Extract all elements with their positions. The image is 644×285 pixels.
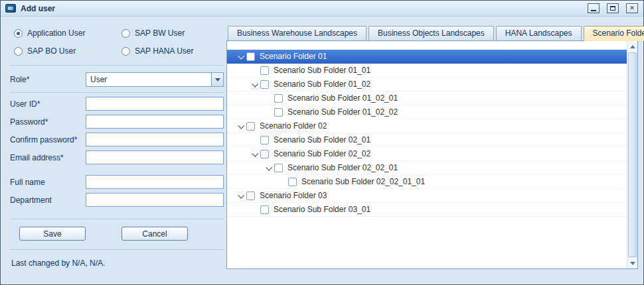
scenario-folder-tree: Scenario Folder 01Scenario Sub Folder 01… (227, 41, 627, 268)
tree-item-label: Scenario Folder 01 (260, 52, 327, 61)
tree-item-checkbox[interactable] (246, 52, 255, 61)
tab-bar: Business Warehouse LandscapesBusiness Ob… (226, 25, 638, 40)
scroll-up-button[interactable] (627, 41, 637, 52)
role-select[interactable]: User (86, 72, 224, 87)
tree-item-label: Scenario Sub Folder 03_01 (274, 205, 370, 214)
scroll-down-button[interactable] (627, 258, 637, 268)
confirm-password-input[interactable] (86, 133, 224, 146)
tree-item-scenario-sub-folder-02-01[interactable]: Scenario Sub Folder 02_01 (227, 133, 627, 147)
tree-indent (235, 182, 277, 182)
window-title: Add user (21, 4, 55, 13)
radio-sap-hana-user[interactable]: SAP HANA User (121, 46, 221, 56)
chevron-down-icon[interactable] (235, 194, 246, 198)
chevron-down-icon[interactable] (249, 82, 260, 87)
radio-label: SAP BO User (27, 46, 76, 56)
department-input[interactable] (86, 193, 224, 207)
form-actions: Save Cancel (6, 227, 228, 241)
tree-item-checkbox[interactable] (246, 122, 255, 131)
tab-hana-landscapes[interactable]: HANA Landscapes (496, 26, 582, 40)
tree-item-scenario-folder-01[interactable]: Scenario Folder 01 (227, 50, 627, 64)
tree-indent (235, 70, 249, 71)
separator (10, 249, 224, 250)
tree-item-scenario-sub-folder-02-02-01-01[interactable]: Scenario Sub Folder 02_02_01_01 (227, 175, 627, 189)
close-button[interactable]: ✕ (626, 3, 638, 13)
tree-item-checkbox[interactable] (246, 192, 255, 200)
chevron-down-icon[interactable] (235, 54, 246, 59)
department-row: Department (6, 193, 228, 207)
tree-item-scenario-sub-folder-01-02[interactable]: Scenario Sub Folder 01_02 (227, 78, 627, 91)
tree-item-scenario-sub-folder-02-02-01[interactable]: Scenario Sub Folder 02_02_01 (227, 161, 627, 175)
confirm-password-label: Confirm password* (10, 135, 86, 144)
minimize-button[interactable] (588, 3, 600, 13)
tree-item-scenario-sub-folder-03-01[interactable]: Scenario Sub Folder 03_01 (227, 203, 627, 217)
tree-indent (235, 112, 263, 113)
password-label: Password* (10, 117, 86, 127)
tree-item-checkbox[interactable] (274, 94, 283, 103)
maximize-button[interactable] (607, 3, 619, 13)
tree-item-checkbox[interactable] (288, 178, 297, 186)
tree-item-label: Scenario Sub Folder 01_02_01 (287, 93, 398, 103)
save-button[interactable]: Save (19, 227, 86, 241)
role-dropdown-button[interactable] (211, 73, 223, 86)
landscapes-panel: Business Warehouse LandscapesBusiness Ob… (226, 25, 638, 269)
tree-item-label: Scenario Sub Folder 01_02_02 (287, 107, 398, 117)
user-form-panel: Application UserSAP BW UserSAP BO UserSA… (6, 21, 228, 268)
tree-item-label: Scenario Folder 03 (260, 191, 327, 200)
full-name-input[interactable] (86, 175, 224, 189)
email-input[interactable] (86, 150, 224, 164)
tab-business-objects-landscapes[interactable]: Business Objects Landscapes (368, 26, 494, 40)
chevron-down-icon[interactable] (263, 166, 274, 170)
maximize-icon (610, 6, 615, 11)
separator (10, 92, 224, 93)
tree-indent (235, 84, 249, 85)
tab-business-warehouse-landscapes[interactable]: Business Warehouse Landscapes (228, 26, 366, 40)
tree-item-label: Scenario Sub Folder 02_02_01 (287, 163, 398, 172)
scenario-folders-tab-content: Scenario Folder 01Scenario Sub Folder 01… (226, 40, 638, 269)
tree-item-checkbox[interactable] (260, 80, 269, 89)
user-id-input[interactable] (86, 97, 224, 111)
add-user-window: Add user ✕ Application UserSAP BW UserSA… (0, 0, 644, 285)
tree-item-label: Scenario Sub Folder 02_02_01_01 (301, 177, 425, 186)
vertical-scrollbar[interactable] (627, 41, 637, 268)
window-controls: ✕ (588, 3, 638, 13)
role-selected-value: User (86, 73, 211, 86)
password-input[interactable] (86, 115, 224, 129)
full-name-label: Full name (10, 178, 86, 187)
tree-item-scenario-sub-folder-02-02[interactable]: Scenario Sub Folder 02_02 (227, 147, 627, 161)
tree-item-checkbox[interactable] (260, 205, 269, 214)
tree-item-checkbox[interactable] (274, 164, 283, 172)
tree-indent (235, 98, 263, 99)
radio-label: Application User (27, 28, 85, 38)
tree-item-checkbox[interactable] (274, 108, 283, 117)
tree-item-checkbox[interactable] (260, 66, 269, 75)
separator (10, 219, 224, 219)
tab-scenario-folders[interactable]: Scenario Folders (584, 26, 644, 41)
radio-sap-bo-user[interactable]: SAP BO User (14, 46, 121, 56)
tree-item-scenario-sub-folder-01-02-02[interactable]: Scenario Sub Folder 01_02_02 (227, 105, 627, 119)
scrollbar-thumb[interactable] (628, 52, 637, 257)
app-icon (5, 4, 16, 13)
department-label: Department (10, 196, 86, 205)
arrow-up-icon (630, 45, 635, 48)
tree-item-checkbox[interactable] (260, 150, 269, 158)
tree-item-scenario-sub-folder-01-02-01[interactable]: Scenario Sub Folder 01_02_01 (227, 91, 627, 105)
chevron-down-icon[interactable] (235, 124, 246, 129)
tree-item-scenario-folder-02[interactable]: Scenario Folder 02 (227, 119, 627, 133)
minimize-icon (591, 10, 596, 11)
role-label: Role* (10, 75, 86, 84)
radio-label: SAP BW User (135, 28, 185, 38)
radio-sap-bw-user[interactable]: SAP BW User (121, 28, 221, 38)
cancel-button[interactable]: Cancel (121, 227, 188, 241)
user-id-label: User ID* (10, 99, 86, 109)
radio-circle-icon (14, 29, 23, 38)
tree-item-label: Scenario Sub Folder 01_01 (274, 66, 370, 75)
tree-indent (235, 168, 263, 168)
tree-item-scenario-folder-03[interactable]: Scenario Folder 03 (227, 189, 627, 203)
user-id-row: User ID* (6, 97, 228, 111)
tree-item-scenario-sub-folder-01-01[interactable]: Scenario Sub Folder 01_01 (227, 64, 627, 78)
last-changed-note: Last changed by N/A, N/A. (6, 258, 228, 268)
password-row: Password* (6, 115, 228, 129)
radio-application-user[interactable]: Application User (14, 28, 121, 38)
chevron-down-icon[interactable] (249, 152, 260, 156)
tree-item-checkbox[interactable] (260, 136, 269, 144)
